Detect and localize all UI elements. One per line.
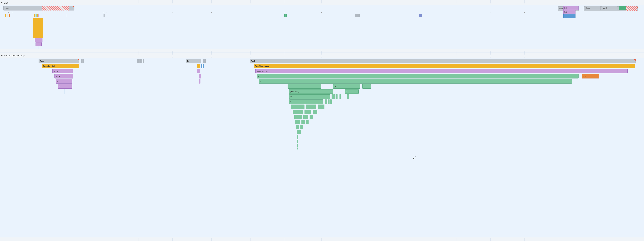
deep-green-17[interactable] (297, 135, 298, 139)
lat-block[interactable]: La...t (602, 6, 618, 10)
deep-green-18[interactable] (297, 140, 298, 144)
_e-block[interactable]: _e (333, 84, 360, 88)
small-gold-block[interactable] (6, 14, 6, 17)
main-collapse-icon[interactable] (1, 2, 2, 4)
worker-task-block-1[interactable]: Task (38, 59, 79, 63)
deep-green-4[interactable] (293, 110, 303, 114)
z-block[interactable]: z (288, 84, 322, 88)
small-green-right[interactable] (362, 84, 371, 88)
small-green-w5[interactable] (339, 94, 340, 99)
deep-green-3[interactable] (318, 104, 324, 109)
small-green-v2[interactable] (328, 100, 330, 104)
anonymous-block[interactable]: (anonymous) (256, 69, 628, 74)
small-gray-worker-3[interactable] (140, 59, 142, 63)
deep-green-5[interactable] (304, 110, 311, 114)
deep-green-9[interactable] (310, 115, 313, 119)
purple-block-2[interactable] (36, 42, 42, 46)
small-gray-after-t[interactable] (204, 59, 205, 63)
small-gray-worker-2[interactable] (137, 59, 140, 63)
deep-green-11[interactable] (302, 120, 305, 124)
tick (106, 12, 107, 13)
run-microtasks-block[interactable]: Run Microtasks (254, 64, 635, 68)
ft-block[interactable]: ft (257, 74, 578, 78)
mid-purple-block-2[interactable] (199, 74, 201, 78)
small-green-w[interactable] (332, 94, 334, 99)
deep-green-12[interactable] (306, 120, 308, 124)
small-gray-block[interactable] (355, 14, 358, 17)
small-green-w2[interactable] (334, 94, 336, 99)
small-purple-block[interactable] (38, 14, 38, 17)
small-gray-worker[interactable] (83, 59, 84, 63)
lt-block[interactable]: lt (259, 79, 572, 84)
small-blue-block[interactable] (419, 14, 420, 17)
small-green-v[interactable] (325, 100, 327, 104)
small-gray-worker-4[interactable] (142, 59, 144, 63)
parens-ft-right[interactable]: (...) (582, 74, 599, 78)
small-green-w6[interactable] (340, 94, 341, 99)
purple-block[interactable] (35, 38, 42, 42)
parens-worker-block[interactable]: (...) (56, 79, 72, 84)
small-blue-block[interactable] (420, 14, 421, 17)
deep-green-13[interactable] (296, 125, 300, 129)
small-gray-block[interactable] (66, 14, 66, 17)
small-gold-block[interactable] (37, 14, 38, 17)
small-green-w7[interactable] (347, 94, 348, 99)
blue-block-right[interactable] (563, 14, 576, 18)
small-green-block[interactable] (36, 14, 36, 17)
small-gray-worker[interactable] (81, 59, 82, 63)
function-call-block[interactable]: Function Call (42, 64, 79, 68)
deep-green-1[interactable] (291, 104, 304, 109)
small-green-v3[interactable] (330, 100, 331, 104)
small-green-w8[interactable] (348, 94, 349, 99)
small-gray-after-t[interactable] (205, 59, 206, 63)
mid-blue-block-2[interactable] (203, 64, 204, 68)
small-gold-block[interactable] (7, 14, 8, 17)
deep-green-14[interactable] (300, 125, 303, 129)
f-block[interactable]: f... (58, 84, 72, 88)
gee-block[interactable]: ge...e (54, 74, 73, 78)
small-gray-block[interactable] (104, 14, 104, 17)
anonymous-small[interactable]: (ano...ous) (289, 89, 333, 94)
small-darkgreen-block[interactable] (286, 14, 287, 17)
as-block[interactable]: (a...s) (52, 69, 73, 74)
deep-green-7[interactable] (294, 115, 302, 119)
deep-green-2[interactable] (306, 104, 316, 109)
worker-track-area: Task T... Task Function Call (0, 58, 644, 238)
mid-gold-block[interactable] (197, 64, 200, 68)
deep-green-6[interactable] (312, 110, 317, 114)
deep-green-20[interactable] (298, 148, 298, 150)
w-block[interactable]: W (289, 94, 330, 99)
worker-label: Worker: exif-worker.js (4, 54, 25, 57)
small-green-w3[interactable] (336, 94, 337, 99)
worker-task-block-large[interactable]: Task (250, 59, 636, 63)
small-gold-block[interactable] (34, 14, 35, 17)
mid-blue-block[interactable] (201, 64, 202, 68)
small-orange-block[interactable] (9, 14, 10, 17)
small-green-v4[interactable] (332, 100, 332, 104)
gold-tall-block[interactable] (33, 18, 43, 38)
deep-green-8[interactable] (303, 115, 308, 119)
deep-green-16[interactable] (300, 130, 301, 134)
parens-block[interactable]: (...) (563, 10, 576, 14)
small-gray-block[interactable] (104, 14, 104, 17)
mid-purple-block[interactable] (197, 69, 200, 74)
worker-collapse-icon[interactable] (1, 55, 2, 56)
small-gray-block[interactable] (358, 14, 360, 17)
small-gray-after-t[interactable] (203, 59, 204, 63)
worker-section-header: Worker: exif-worker.js (0, 53, 644, 58)
small-darkgreen-block[interactable] (39, 14, 39, 17)
small-darkgreen-block[interactable] (284, 14, 286, 17)
deep-green-15[interactable] (297, 130, 299, 134)
green-block-right[interactable] (619, 6, 626, 10)
deep-green-10[interactable] (295, 120, 300, 124)
small-blue-block[interactable] (421, 14, 422, 17)
v-block[interactable]: V (289, 100, 323, 104)
deep-green-19[interactable] (297, 144, 298, 147)
mid-purple-block-3[interactable] (199, 79, 200, 84)
re-block[interactable]: R...e (585, 6, 600, 10)
main-track-area: Task (0, 6, 644, 50)
o-block[interactable]: o (345, 89, 358, 94)
fi-block[interactable]: F...I (563, 6, 578, 10)
small-green-w4[interactable] (338, 94, 338, 99)
worker-t-block[interactable]: T... (186, 59, 201, 63)
